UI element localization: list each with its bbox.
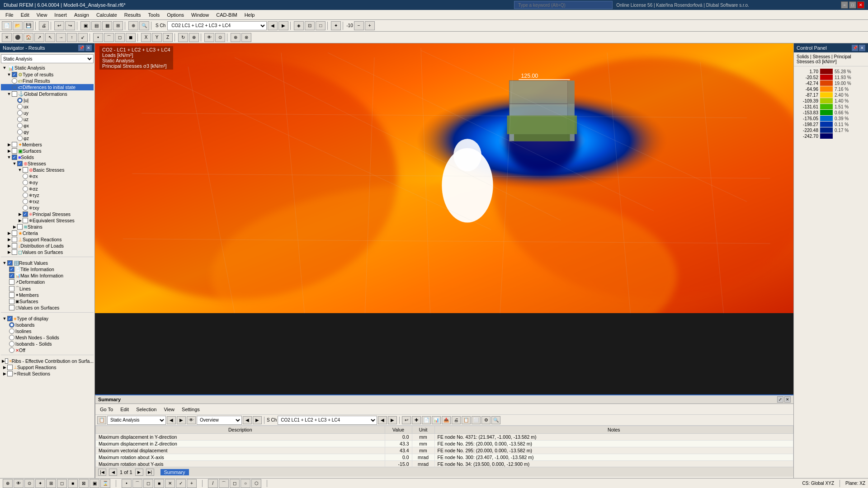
view-btn2[interactable]: ▤ <box>91 21 101 30</box>
nav-differences[interactable]: 🏷 Differences to initial state <box>1 84 94 90</box>
nav-result-values[interactable]: ▼ ✓ 🔢 Result Values <box>1 260 94 266</box>
nav-rv-valsurf[interactable]: ◻ Values on Surfaces <box>1 305 94 311</box>
solids-checkbox[interactable]: ✓ <box>12 155 17 160</box>
menu-options[interactable]: Options <box>163 11 188 19</box>
rotate-btn[interactable]: ↻ <box>178 33 188 42</box>
restore-button[interactable]: □ <box>849 1 856 9</box>
status-draw3[interactable]: ◻ <box>230 479 240 488</box>
nav-tau-xy[interactable]: ⊕ τxy <box>1 205 94 211</box>
nav-tau-yz[interactable]: ⊕ τyz <box>1 192 94 198</box>
support-checkbox[interactable] <box>12 237 17 242</box>
sum-prev-view[interactable]: ◀ <box>243 416 252 424</box>
display-type-checkbox[interactable]: ✓ <box>7 316 13 321</box>
sum-btn1[interactable]: ↩ <box>402 416 411 424</box>
nav-pin[interactable]: 📌 <box>78 45 85 51</box>
sum-prev-load[interactable]: ◀ <box>378 416 387 424</box>
nav-principal-stresses[interactable]: ▶ ✓ ⊕ Principal Stresses <box>1 211 94 217</box>
strains-checkbox[interactable] <box>17 224 23 230</box>
nav-tau-xz[interactable]: ⊕ τxz <box>1 198 94 205</box>
rv-members-checkbox[interactable] <box>9 292 14 298</box>
menu-edit[interactable]: Edit <box>17 11 33 19</box>
uy-radio[interactable] <box>17 110 23 116</box>
page-last[interactable]: ▶| <box>146 469 154 476</box>
status-line-btn[interactable]: ⌒ <box>132 479 142 488</box>
nav-rv-surfaces[interactable]: ▣ Surfaces <box>1 298 94 305</box>
search-input[interactable] <box>518 3 609 8</box>
global-def-checkbox[interactable] <box>12 91 17 97</box>
sigmax-radio[interactable] <box>23 174 28 179</box>
phiy-radio[interactable] <box>17 129 23 135</box>
nav-mesh-nodes-solids[interactable]: Mesh Nodes - Solids <box>1 334 94 341</box>
nav-global-deformations[interactable]: ▼ ⚓ Global Deformations <box>1 90 94 97</box>
status-btn5[interactable]: ⊞ <box>46 479 56 488</box>
status-plus-btn[interactable]: + <box>187 479 197 488</box>
redo-button[interactable]: ↪ <box>65 21 75 30</box>
isolines-radio[interactable] <box>9 328 14 334</box>
summary-close[interactable]: ✕ <box>784 396 791 403</box>
menu-results[interactable]: Results <box>121 11 145 19</box>
support2-checkbox[interactable] <box>7 365 13 370</box>
status-btn10[interactable]: ⌛ <box>100 479 110 488</box>
nav-type-of-display[interactable]: ▼ ✓ ◈ Type of display <box>1 315 94 322</box>
xyz-btn2[interactable]: Y <box>152 33 162 42</box>
nav-basic-stresses[interactable]: ▼ ⊕ Basic Stresses <box>1 167 94 173</box>
tb2-btn3[interactable]: 🏠 <box>24 33 33 42</box>
summary-selection[interactable]: Selection <box>133 406 159 413</box>
scale-down[interactable]: − <box>354 21 364 30</box>
nav-off[interactable]: ✕ Off <box>1 347 94 353</box>
maxmin-checkbox[interactable]: ✓ <box>9 273 14 278</box>
summary-settings[interactable]: Settings <box>179 406 203 413</box>
nav-close[interactable]: ✕ <box>85 45 92 51</box>
wireframe-btn[interactable]: □ <box>316 21 326 30</box>
sum-btn9[interactable]: ⚙ <box>481 416 491 424</box>
next-load[interactable]: ▶ <box>278 21 288 30</box>
menu-assign[interactable]: Assign <box>71 11 93 19</box>
sum-btn4[interactable]: 📊 <box>432 416 441 424</box>
analysis-type-combo[interactable]: Static Analysis <box>1 54 94 63</box>
mesh-nodes-radio[interactable] <box>9 335 14 340</box>
summary-view-combo[interactable]: Overview <box>197 416 242 425</box>
page-first[interactable]: |◀ <box>98 469 106 476</box>
distloads-checkbox[interactable] <box>12 243 17 249</box>
zoom-all[interactable]: ⊕ <box>128 21 138 30</box>
scale-up[interactable]: + <box>365 21 375 30</box>
tb2-btn1[interactable]: ✕ <box>2 33 12 42</box>
sum-prev-analysis[interactable]: ◀ <box>167 416 176 424</box>
status-btn9[interactable]: ▣ <box>90 479 99 488</box>
surfaces-checkbox[interactable] <box>12 148 17 154</box>
nav-u[interactable]: |u| <box>1 97 94 103</box>
nav-ribs[interactable]: ▶ ≡ Ribs - Effective Contribution on Sur… <box>1 358 94 364</box>
nav-ux[interactable]: ux <box>1 103 94 110</box>
zoom-in[interactable]: 🔍 <box>139 21 149 30</box>
sum-btn7[interactable]: 📋 <box>462 416 471 424</box>
phix-radio[interactable] <box>17 123 23 128</box>
nav-members[interactable]: ▶ ✦ Members <box>1 141 94 148</box>
nav-phiy[interactable]: φy <box>1 129 94 135</box>
open-button[interactable]: 📂 <box>13 21 23 30</box>
sum-btn10[interactable]: 🔍 <box>491 416 500 424</box>
tb2-btn7[interactable]: ↑ <box>67 33 77 42</box>
menu-help[interactable]: Help <box>241 11 259 19</box>
summary-load-combo[interactable]: CO2 LC1 + LC2 + LC3 + LC4 <box>278 416 377 425</box>
menu-insert[interactable]: Insert <box>51 11 71 19</box>
title-info-checkbox[interactable]: ✓ <box>9 267 14 272</box>
tb2-btn6[interactable]: → <box>56 33 66 42</box>
ribs-checkbox[interactable] <box>5 358 8 364</box>
summary-analysis-combo[interactable]: Static Analysis <box>107 416 166 425</box>
nav-surfaces[interactable]: ▶ ▣ Surfaces <box>1 148 94 154</box>
section-btn[interactable]: ⊗ <box>241 33 251 42</box>
sum-next-load[interactable]: ▶ <box>388 416 397 424</box>
nav-phix[interactable]: φx <box>1 122 94 129</box>
status-btn7[interactable]: ■ <box>68 479 78 488</box>
status-btn8[interactable]: ⊠ <box>79 479 89 488</box>
status-draw1[interactable]: / <box>208 479 218 488</box>
sigmaz-radio[interactable] <box>23 186 28 192</box>
nav-final-results[interactable]: 🏷 Final Results <box>1 78 94 84</box>
menu-file[interactable]: File <box>2 11 17 19</box>
nav-strains[interactable]: ▶ ≋ Strains <box>1 224 94 230</box>
result-sections-checkbox[interactable] <box>7 371 13 376</box>
status-btn2[interactable]: 👁 <box>14 479 24 488</box>
result-values-checkbox[interactable]: ✓ <box>7 260 13 266</box>
load-combo[interactable]: CO2 LC1 + LC2 + LC3 + LC4 <box>167 21 267 30</box>
close-button[interactable]: ✕ <box>857 1 864 9</box>
